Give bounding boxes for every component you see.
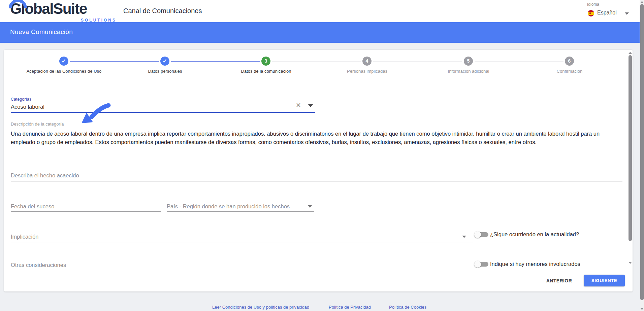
card-scrollbar-thumb[interactable] <box>629 55 632 241</box>
event-date-input[interactable]: Fecha del suceso <box>11 203 54 210</box>
next-button[interactable]: SIGUIENTE <box>584 275 625 286</box>
implication-select[interactable]: Implicación <box>11 234 39 240</box>
categories-value: Acoso laboral <box>11 104 44 110</box>
step-2-label: Datos personales <box>115 69 216 74</box>
scroll-down-icon[interactable] <box>640 308 644 310</box>
screen: GlobalSuite SOLUTIONS Canal de Comunicac… <box>0 0 644 311</box>
step-3-label: Datos de la comunicación <box>216 69 317 74</box>
page-title: Canal de Comunicaciones <box>123 7 202 15</box>
header: GlobalSuite SOLUTIONS Canal de Comunicac… <box>0 0 644 22</box>
categories-dropdown-icon[interactable] <box>308 104 313 107</box>
appbar: Nueva Comunicación <box>0 22 644 43</box>
step-1-label: Aceptación de las Condiciones de Uso <box>13 69 115 74</box>
step-5-circle[interactable]: 5 <box>464 57 473 66</box>
describe-fact-underline <box>11 181 622 181</box>
card-scrollbar[interactable] <box>628 50 633 267</box>
step-connector-2 <box>171 61 260 62</box>
step-connector-1 <box>70 61 159 62</box>
step-3-circle[interactable]: 3 <box>261 57 270 66</box>
still-occurring-toggle[interactable] <box>474 231 490 239</box>
step-1-check-icon[interactable]: ✓ <box>59 57 68 66</box>
category-description-text: Una denuncia de acoso laboral dentro de … <box>11 130 614 146</box>
footer-link-terms[interactable]: Leer Condiciones de Uso y políticas de p… <box>212 305 309 310</box>
step-connector-5 <box>475 61 564 62</box>
step-5-label: Información adicional <box>418 69 519 74</box>
step-4-circle[interactable]: 4 <box>362 57 372 66</box>
categories-input[interactable]: Acoso laboral <box>11 104 45 110</box>
describe-fact-input[interactable]: Describa el hecho acaecido <box>11 172 79 179</box>
categories-label: Categorías <box>11 97 31 102</box>
globalsuite-logo: GlobalSuite SOLUTIONS <box>10 0 121 22</box>
form-scroll-area: ✓ ✓ 3 4 5 6 Aceptación de las Condicione… <box>4 50 626 268</box>
implication-dropdown-icon[interactable] <box>462 236 466 238</box>
step-connector-3 <box>272 61 361 62</box>
minors-involved-toggle[interactable] <box>474 260 490 268</box>
scroll-down-icon[interactable] <box>629 262 632 264</box>
categories-underline <box>11 112 315 113</box>
annotation-arrow-icon <box>78 103 112 125</box>
scroll-up-icon[interactable] <box>640 1 644 3</box>
language-select[interactable]: Español <box>587 9 631 19</box>
toggle-thumb <box>474 261 481 268</box>
previous-button[interactable]: ANTERIOR <box>544 276 574 285</box>
form-card: ✓ ✓ 3 4 5 6 Aceptación de las Condicione… <box>4 50 633 291</box>
step-2-check-icon[interactable]: ✓ <box>160 57 169 66</box>
still-occurring-label: ¿Sigue ocurriendo en la actualidad? <box>490 231 579 238</box>
other-considerations-input[interactable]: Otras consideraciones <box>11 262 66 268</box>
language-label: Idioma <box>587 2 599 7</box>
footer-link-cookies[interactable]: Política de Cookies <box>389 305 426 310</box>
clear-icon[interactable]: ✕ <box>296 101 301 109</box>
appbar-title: Nueva Comunicación <box>10 28 73 36</box>
language-selected-value: Español <box>597 10 617 16</box>
implication-underline <box>11 242 473 242</box>
step-6-label: Confirmación <box>519 69 620 74</box>
text-cursor <box>45 104 45 110</box>
event-date-underline <box>11 211 161 212</box>
step-connector-4 <box>373 61 462 62</box>
step-4-label: Personas implicadas <box>317 69 418 74</box>
country-region-dropdown-icon[interactable] <box>308 205 312 208</box>
scroll-up-icon[interactable] <box>629 52 632 54</box>
toggle-thumb <box>474 231 481 238</box>
window-scrollbar-thumb[interactable] <box>640 4 644 300</box>
logo-solutions-text: SOLUTIONS <box>81 18 117 23</box>
chevron-down-icon <box>625 12 629 15</box>
country-region-underline <box>167 211 314 212</box>
window-scrollbar[interactable] <box>640 0 644 311</box>
step-6-circle[interactable]: 6 <box>565 57 574 66</box>
spain-flag-icon <box>588 10 594 16</box>
country-region-select[interactable]: País - Región donde se han producido los… <box>167 203 290 210</box>
footer-link-privacy[interactable]: Política de Privacidad <box>329 305 371 310</box>
category-description-label: Descripción de la categoría <box>11 122 64 127</box>
minors-involved-label: Indique si hay menores involucrados <box>490 261 580 267</box>
